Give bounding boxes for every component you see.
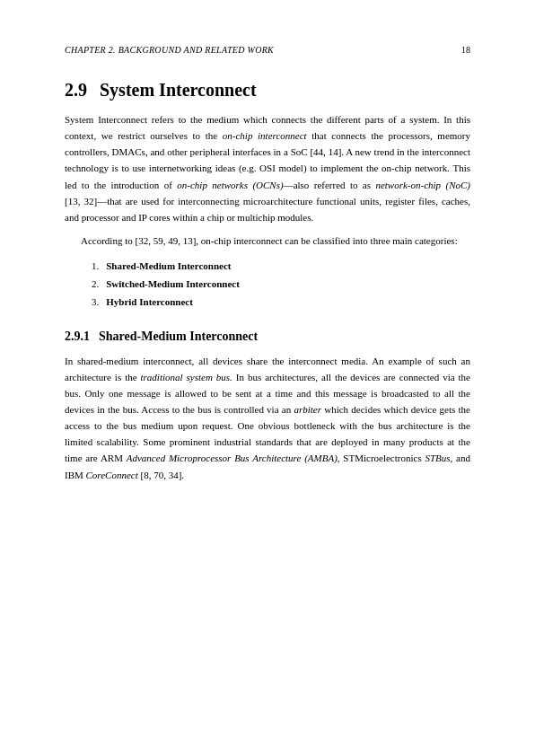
- italic-amba: Advanced Microprocessor Bus Architecture…: [127, 453, 338, 463]
- italic-stbus: STBus: [425, 453, 450, 463]
- page-header: CHAPTER 2. BACKGROUND AND RELATED WORK 1…: [65, 45, 470, 55]
- italic-noc: network-on-chip (NoC): [375, 180, 470, 190]
- section-2-9-number: 2.9: [65, 80, 87, 100]
- chapter-header: CHAPTER 2. BACKGROUND AND RELATED WORK: [65, 45, 274, 55]
- italic-coreconnect: CoreConnect: [86, 470, 138, 480]
- italic-arbiter: arbiter: [294, 404, 321, 415]
- section-2-9-title: System Interconnect: [100, 80, 257, 100]
- label-switched-medium: Switched-Medium Interconnect: [106, 278, 240, 289]
- section-2-9-1-para-1: In shared-medium interconnect, all devic…: [65, 353, 470, 483]
- list-item-hybrid: 3.Hybrid Interconnect: [92, 294, 470, 312]
- page: CHAPTER 2. BACKGROUND AND RELATED WORK 1…: [0, 0, 535, 756]
- section-2-9-1-number: 2.9.1: [65, 330, 90, 343]
- enum-num-1: 1.: [92, 260, 99, 271]
- section-2-9-1-heading: 2.9.1Shared-Medium Interconnect: [65, 330, 470, 344]
- section-2-9-heading: 2.9System Interconnect: [65, 80, 470, 101]
- list-item-shared: 1.Shared-Medium Interconnect: [92, 258, 470, 276]
- enum-num-3: 3.: [92, 296, 99, 307]
- italic-on-chip-interconnect: on-chip interconnect: [223, 130, 307, 141]
- italic-traditional-bus: traditional system bus.: [141, 372, 232, 382]
- italic-ocns: on-chip networks (OCNs): [177, 180, 283, 190]
- interconnect-categories-list: 1.Shared-Medium Interconnect 2.Switched-…: [92, 258, 470, 311]
- label-hybrid: Hybrid Interconnect: [106, 296, 193, 307]
- section-2-9-1-title: Shared-Medium Interconnect: [99, 330, 258, 343]
- enum-num-2: 2.: [92, 278, 99, 289]
- list-item-switched: 2.Switched-Medium Interconnect: [92, 276, 470, 294]
- page-number: 18: [461, 45, 470, 55]
- label-shared-medium: Shared-Medium Interconnect: [106, 260, 231, 271]
- section-2-9-para-2: According to [32, 59, 49, 13], on-chip i…: [65, 233, 470, 249]
- section-2-9-para-1: System Interconnect refers to the medium…: [65, 111, 470, 225]
